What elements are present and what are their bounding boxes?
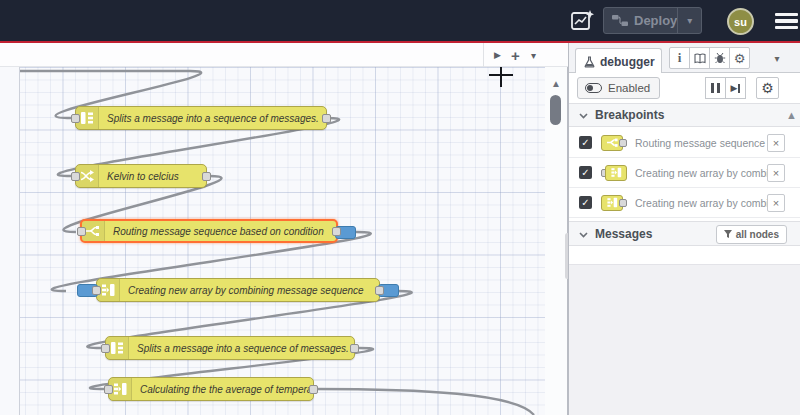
pause-icon[interactable] [705,77,726,99]
sidebar-tab-buttons: i ⚙ [669,47,750,69]
enabled-label: Enabled [608,82,650,94]
help-book-icon[interactable] [689,47,710,69]
node-label: Kelvin to celcius [99,171,206,182]
node-input-port[interactable] [101,344,110,353]
breakpoint-row[interactable]: ✓ Routing message sequence ba × [569,128,800,158]
flow-node-join-1[interactable]: Creating new array by combining message … [96,278,380,302]
join-node-output-icon [601,195,627,211]
add-flow-button[interactable]: + [507,43,524,67]
node-output-port[interactable] [309,385,318,394]
node-label: Creating new array by combining message … [120,285,379,296]
remove-breakpoint-button[interactable]: × [767,134,785,152]
chevron-down-icon [579,108,588,122]
avatar-initials: su [734,16,747,28]
node-label: Calculating the the average of temperatu… [132,384,313,395]
filter-label: all nodes [736,229,779,240]
node-output-port[interactable] [332,227,341,236]
breakpoint-label: Creating new array by combini [635,197,767,209]
switch-node-output-icon [601,135,627,151]
breakpoint-checkbox[interactable]: ✓ [579,166,592,179]
message-filter-button[interactable]: all nodes [716,225,787,244]
sidebar-scroll-up-icon[interactable]: ▲ [786,109,797,121]
sidebar: debugger i ⚙ ▾ Enabled ▶ ⚙ Breakpoints [568,43,800,415]
deploy-label: Deploy [634,13,677,28]
breakpoint-row[interactable]: ✓ Creating new array by combini × [569,158,800,188]
breakpoints-section-header[interactable]: Breakpoints ▲ [569,103,800,127]
export-chart-icon[interactable] [569,8,595,34]
crosshair-cursor [489,67,513,87]
step-next-icon[interactable]: ▶ [725,77,746,99]
node-input-port[interactable] [71,114,80,123]
node-output-port[interactable] [202,172,211,181]
debugger-toolbar: Enabled ▶ ⚙ [569,73,800,103]
tab-strip-edge [483,43,484,67]
node-label: Routing message sequence based on condit… [105,226,336,237]
deploy-nodes-icon [612,14,628,27]
canvas-left-boundary [0,67,20,415]
messages-section-header[interactable]: Messages all nodes [569,221,800,246]
node-output-port[interactable] [322,114,331,123]
node-input-port[interactable] [104,385,113,394]
workspace-tab-bar: ▶ + ▾ [0,43,568,67]
node-output-port[interactable] [375,286,384,295]
node-input-port[interactable] [77,227,86,236]
flask-icon [584,56,595,68]
debugger-enabled-toggle[interactable]: Enabled [577,77,660,99]
app-header: Deploy ▾ su [0,0,800,41]
flow-canvas[interactable]: Splits a message into a sequence of mess… [0,67,568,415]
config-gear-icon[interactable]: ⚙ [729,47,750,69]
deploy-button[interactable]: Deploy ▾ [603,7,702,34]
flow-node-split-1[interactable]: Splits a message into a sequence of mess… [75,106,327,130]
toggle-icon [585,83,602,93]
debug-bug-icon[interactable] [709,47,730,69]
node-input-port[interactable] [92,286,101,295]
deploy-caret-icon[interactable]: ▾ [677,8,701,33]
tab-debugger[interactable]: debugger [575,48,662,74]
node-input-port[interactable] [71,172,80,181]
breakpoints-title: Breakpoints [595,108,664,122]
canvas-scroll-up-icon[interactable]: ▲ [549,78,563,90]
flow-node-join-2[interactable]: Calculating the the average of temperatu… [108,377,314,401]
sidebar-tab-bar: debugger i ⚙ ▾ [569,43,800,73]
remove-breakpoint-button[interactable]: × [767,164,785,182]
canvas-scrollbar-thumb[interactable] [550,95,561,125]
node-output-port[interactable] [350,344,359,353]
messages-empty-area [569,264,800,415]
pause-step-group: ▶ [706,77,746,99]
node-label: Splits a message into a sequence of mess… [99,113,326,124]
chevron-down-icon [579,227,588,241]
scroll-tabs-right-icon[interactable]: ▶ [489,43,506,67]
breakpoint-row[interactable]: ✓ Creating new array by combini × [569,188,800,218]
user-avatar[interactable]: su [727,8,754,35]
breakpoint-label: Routing message sequence ba [635,137,767,149]
join-node-input-icon [601,165,627,181]
breakpoint-checkbox[interactable]: ✓ [579,136,592,149]
breakpoint-checkbox[interactable]: ✓ [579,196,592,209]
flow-node-switch[interactable]: Routing message sequence based on condit… [80,219,338,243]
main-menu-icon[interactable] [775,13,798,29]
wire [314,389,534,415]
sidebar-menu-caret-icon[interactable]: ▾ [766,47,788,69]
node-label: Splits a message into a sequence of mess… [129,343,354,354]
debugger-settings-gear-icon[interactable]: ⚙ [756,77,779,99]
messages-title: Messages [595,227,652,241]
flow-list-caret-icon[interactable]: ▾ [525,43,542,67]
tab-debugger-label: debugger [600,55,655,69]
flow-node-split-2[interactable]: Splits a message into a sequence of mess… [105,336,355,360]
flow-node-change[interactable]: Kelvin to celcius [75,164,207,188]
breakpoint-label: Creating new array by combini [635,167,767,179]
filter-funnel-icon [724,230,732,238]
remove-breakpoint-button[interactable]: × [767,194,785,212]
info-tab-icon[interactable]: i [669,47,690,69]
